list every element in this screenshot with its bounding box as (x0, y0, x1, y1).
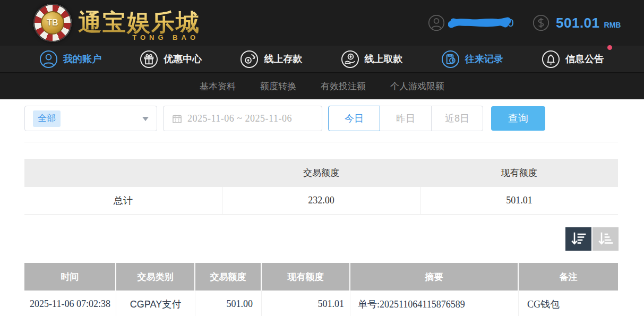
withdraw-hand-coin-icon (341, 50, 359, 69)
records-clipboard-icon (441, 50, 460, 69)
casino-chip-icon: TB (33, 4, 72, 42)
nav-item-transaction-records[interactable]: 往来记录 (441, 50, 503, 69)
main-navigation: 我的账户 优惠中心 线上存款 (0, 46, 644, 72)
summary-total-label: 总计 (24, 187, 222, 214)
quick-range-last8days-button[interactable]: 近8日 (431, 106, 483, 131)
nav-label: 线上取款 (365, 53, 403, 65)
summary-col-transaction-amount: 交易额度 (222, 159, 420, 187)
account-info[interactable]: 0 (428, 0, 514, 46)
records-col-note: 备注 (519, 263, 618, 291)
records-table: 时间 交易类别 交易额度 现有额度 摘要 备注 2025-11-06 07:02… (24, 263, 618, 316)
table-row: 2025-11-06 07:02:38 CGPAY支付 501.00 501.0… (24, 291, 618, 316)
nav-item-announcements[interactable]: 信息公告 (542, 50, 604, 69)
search-button[interactable]: 查询 (491, 106, 545, 131)
balance-amount: 501.01 (556, 15, 600, 31)
user-icon (39, 50, 58, 69)
summary-total-row: 总计 232.00 501.01 (24, 187, 618, 215)
nav-item-withdraw[interactable]: 线上取款 (341, 50, 403, 69)
nav-item-deposit[interactable]: 线上存款 (240, 50, 302, 69)
record-note: CG钱包 (519, 291, 618, 316)
type-filter-selected-value: 全部 (33, 110, 61, 127)
nav-label: 往来记录 (465, 53, 503, 65)
records-col-balance: 现有额度 (262, 263, 350, 291)
record-amount: 501.00 (195, 291, 262, 316)
nav-item-promotions[interactable]: 优惠中心 (140, 50, 202, 69)
date-range-input[interactable]: 2025-11-06 ~ 2025-11-06 (163, 106, 322, 131)
summary-table: 交易额度 现有额度 总计 232.00 501.01 (24, 159, 618, 215)
subnav-item-game-limits[interactable]: 个人游戏限额 (390, 80, 444, 92)
subnav-item-valid-bets[interactable]: 有效投注额 (321, 80, 366, 92)
sort-descending-icon (571, 232, 586, 246)
balance-display: 501.01 RMB (533, 0, 621, 46)
calendar-icon (172, 114, 182, 124)
site-title-en: TONG BAO (132, 33, 199, 41)
deposit-coin-icon (240, 50, 259, 69)
section-divider (24, 142, 618, 142)
record-time: 2025-11-06 07:02:38 (24, 291, 116, 316)
quick-range-group: 今日 昨日 近8日 (328, 106, 483, 131)
transaction-records-page: TB 通宝娱乐城 TONG BAO 0 (0, 0, 644, 316)
sort-ascending-icon (598, 232, 613, 246)
type-filter-select[interactable]: 全部 (24, 106, 157, 131)
sort-toolbar (565, 227, 619, 251)
bell-icon (542, 50, 560, 69)
records-col-amount: 交易额度 (195, 263, 262, 291)
record-type: CGPAY支付 (116, 291, 195, 316)
chevron-down-icon (142, 117, 149, 121)
nav-label: 线上存款 (264, 53, 302, 65)
quick-range-today-button[interactable]: 今日 (328, 106, 380, 131)
records-col-summary: 摘要 (350, 263, 519, 291)
sub-navigation: 基本资料 额度转换 有效投注额 个人游戏限额 (0, 72, 644, 99)
quick-range-yesterday-button[interactable]: 昨日 (380, 106, 432, 131)
top-header: TB 通宝娱乐城 TONG BAO 0 (0, 0, 644, 46)
balance-currency: RMB (604, 17, 621, 29)
record-summary: 单号:202511064115876589 (350, 291, 519, 316)
sort-descending-button[interactable] (565, 227, 591, 251)
records-col-time: 时间 (24, 263, 116, 291)
summary-total-transaction-amount: 232.00 (222, 187, 420, 214)
dollar-icon (533, 14, 549, 31)
chip-monogram: TB (47, 18, 58, 28)
subnav-item-credit-transfer[interactable]: 额度转换 (260, 80, 296, 92)
notification-badge-dot (607, 45, 612, 50)
summary-col-empty (24, 159, 222, 187)
records-col-type: 交易类别 (116, 263, 195, 291)
summary-col-current-balance: 现有额度 (420, 159, 618, 187)
record-balance: 501.01 (262, 291, 350, 316)
subnav-item-basic-info[interactable]: 基本资料 (200, 80, 236, 92)
site-logo[interactable]: TB 通宝娱乐城 TONG BAO (33, 3, 200, 43)
nav-label: 优惠中心 (164, 53, 202, 65)
logo-text: 通宝娱乐城 TONG BAO (78, 5, 200, 40)
records-table-header: 时间 交易类别 交易额度 现有额度 摘要 备注 (24, 263, 618, 291)
date-range-value: 2025-11-06 ~ 2025-11-06 (187, 113, 292, 124)
summary-table-header: 交易额度 现有额度 (24, 159, 618, 187)
user-icon (428, 14, 445, 31)
nav-label: 信息公告 (565, 53, 604, 65)
nav-item-my-account[interactable]: 我的账户 (39, 50, 101, 69)
sort-ascending-button[interactable] (593, 227, 619, 251)
username-redacted-scribble (448, 14, 511, 32)
nav-label: 我的账户 (63, 53, 101, 65)
gift-icon (140, 50, 158, 69)
summary-total-current-balance: 501.01 (420, 187, 618, 214)
